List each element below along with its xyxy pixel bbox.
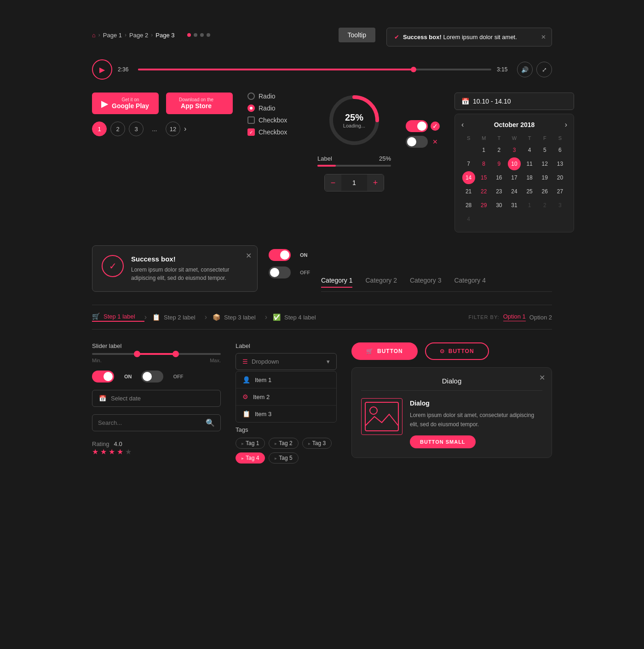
large-alert-close-icon[interactable]: ✕ — [246, 251, 252, 260]
cal-day[interactable]: 4 — [462, 213, 475, 226]
checkbox-1[interactable] — [247, 116, 255, 124]
toggle-off-2[interactable] — [269, 267, 291, 278]
filter-option-1[interactable]: Option 1 — [503, 313, 526, 321]
cal-day[interactable]: 5 — [538, 144, 551, 156]
tag-1[interactable]: ▸ Tag 1 — [236, 438, 265, 449]
step-3[interactable]: 📦 Step 3 label — [213, 313, 265, 321]
cal-day[interactable]: 1 — [523, 199, 536, 212]
cal-day[interactable]: 30 — [493, 199, 506, 212]
dot-1[interactable] — [187, 33, 191, 37]
cal-day[interactable]: 1 — [477, 144, 490, 156]
page-3[interactable]: 3 — [129, 122, 144, 136]
cal-day[interactable]: 19 — [538, 171, 551, 184]
cal-day[interactable]: 11 — [523, 157, 536, 170]
radio-1[interactable] — [247, 93, 255, 100]
tag-2[interactable]: ▸ Tag 2 — [269, 438, 298, 449]
dropdown-item-1[interactable]: 👤 Item 1 — [236, 371, 336, 388]
star-3[interactable]: ★ — [109, 447, 115, 456]
slider-thumb-right[interactable] — [172, 351, 179, 357]
slider-track[interactable] — [92, 353, 221, 355]
category-3[interactable]: Category 3 — [410, 277, 441, 288]
dot-3[interactable] — [200, 33, 204, 37]
cal-day[interactable]: 27 — [553, 185, 566, 198]
search-input[interactable] — [98, 419, 202, 426]
cal-day[interactable]: 9 — [493, 157, 506, 170]
cal-day[interactable]: 8 — [477, 157, 490, 170]
toggle-on[interactable] — [406, 120, 428, 132]
dot-2[interactable] — [194, 33, 197, 37]
breadcrumb-page2[interactable]: Page 2 — [129, 32, 148, 39]
cal-day[interactable]: 3 — [508, 144, 521, 156]
cal-day[interactable]: 4 — [523, 144, 536, 156]
page-next-button[interactable]: › — [184, 125, 186, 133]
dropdown-item-3[interactable]: 📋 Item 3 — [236, 406, 336, 422]
cal-day[interactable]: 18 — [523, 171, 536, 184]
cal-day[interactable]: 24 — [508, 185, 521, 198]
radio-2-row[interactable]: Radio — [247, 104, 303, 112]
tag-4[interactable]: ▸ Tag 4 — [236, 452, 265, 464]
date-range-bar[interactable]: 📅 10.10 - 14.10 — [454, 93, 574, 110]
slider-thumb-left[interactable] — [134, 351, 140, 357]
date-input-button[interactable]: 📅 Select date — [92, 390, 221, 407]
cal-day[interactable]: 6 — [553, 144, 566, 156]
app-store-button[interactable]: Download on the App Store — [166, 93, 233, 114]
dialog-button[interactable]: BUTTON SMALL — [410, 435, 476, 448]
stepper-plus[interactable]: + — [367, 174, 384, 191]
cal-day[interactable] — [462, 144, 475, 156]
breadcrumb-page3[interactable]: Page 3 — [155, 32, 174, 39]
cal-day[interactable]: 31 — [508, 199, 521, 212]
search-input-wrap[interactable]: 🔍 — [92, 414, 221, 431]
radio-2[interactable] — [247, 104, 255, 112]
media-progress-bar[interactable] — [138, 69, 491, 70]
toggle-on-track[interactable] — [92, 371, 114, 382]
cal-day[interactable]: 13 — [553, 157, 566, 170]
play-button[interactable]: ▶ — [92, 59, 112, 80]
star-1[interactable]: ★ — [92, 447, 98, 456]
cal-day[interactable]: 15 — [477, 171, 490, 184]
category-2[interactable]: Category 2 — [365, 277, 397, 288]
category-4[interactable]: Category 4 — [454, 277, 485, 288]
radio-1-row[interactable]: Radio — [247, 93, 303, 100]
google-play-button[interactable]: ▶ Get it on Google Play — [92, 93, 159, 114]
cal-day[interactable]: 22 — [477, 185, 490, 198]
toggle-off-track[interactable] — [141, 371, 163, 382]
dropdown-item-2[interactable]: ⚙ Item 2 — [236, 388, 336, 406]
cal-day[interactable]: 28 — [462, 199, 475, 212]
cal-day-14[interactable]: 14 — [462, 171, 475, 184]
tag-3[interactable]: ▸ Tag 3 — [302, 438, 332, 449]
volume-button[interactable]: 🔊 — [517, 62, 533, 77]
breadcrumb-page1[interactable]: Page 1 — [103, 32, 122, 39]
dropdown-header[interactable]: ☰ Dropdown ▾ — [236, 353, 337, 370]
tag-5[interactable]: ▸ Tag 5 — [269, 452, 298, 464]
outline-button[interactable]: ⊙ BUTTON — [425, 342, 489, 360]
cal-day[interactable]: 12 — [538, 157, 551, 170]
stepper-minus[interactable]: − — [325, 174, 341, 191]
cal-day[interactable]: 2 — [493, 144, 506, 156]
cal-day[interactable]: 17 — [508, 171, 521, 184]
checkbox-2[interactable] — [247, 128, 255, 136]
primary-button[interactable]: 🛒 BUTTON — [351, 342, 418, 360]
page-2[interactable]: 2 — [110, 122, 125, 136]
cal-day[interactable]: 20 — [553, 171, 566, 184]
step-1[interactable]: 🛒 Step 1 label — [92, 313, 144, 322]
cal-day[interactable]: 29 — [477, 199, 490, 212]
checkbox-2-row[interactable]: Checkbox — [247, 128, 303, 136]
toggle-on-2[interactable] — [269, 249, 291, 261]
cal-day[interactable]: 16 — [493, 171, 506, 184]
cal-day-10[interactable]: 10 — [508, 157, 521, 170]
page-12[interactable]: 12 — [166, 122, 180, 136]
page-1[interactable]: 1 — [92, 122, 107, 136]
success-close-icon[interactable]: ✕ — [541, 34, 546, 41]
step-4[interactable]: ✅ Step 4 label — [273, 313, 325, 321]
home-icon[interactable]: ⌂ — [92, 32, 96, 39]
cal-day[interactable]: 26 — [538, 185, 551, 198]
cal-prev-button[interactable]: ‹ — [461, 121, 464, 129]
cal-day[interactable]: 3 — [553, 199, 566, 212]
cal-next-button[interactable]: › — [565, 121, 567, 129]
step-2[interactable]: 📋 Step 2 label — [152, 313, 205, 321]
cal-day[interactable]: 7 — [462, 157, 475, 170]
filter-option-2[interactable]: Option 2 — [529, 314, 552, 321]
checkbox-1-row[interactable]: Checkbox — [247, 116, 303, 124]
cal-day[interactable]: 23 — [493, 185, 506, 198]
cal-day[interactable]: 2 — [538, 199, 551, 212]
